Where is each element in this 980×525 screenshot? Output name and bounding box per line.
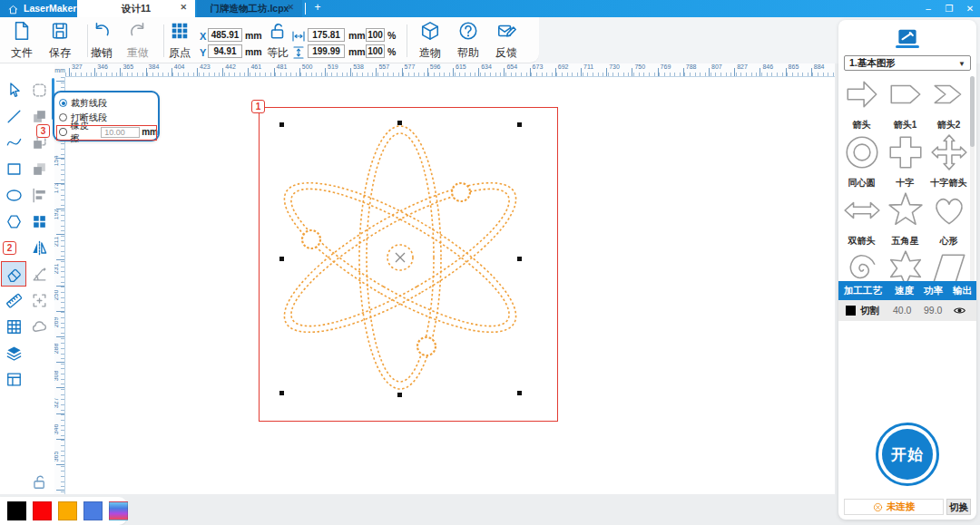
width-input[interactable]: 175.81 [308, 28, 345, 42]
new-tab-button[interactable]: + [310, 1, 325, 16]
duplicate-tool[interactable] [28, 158, 50, 180]
close-tab-icon[interactable]: ✕ [180, 3, 187, 12]
ruler-number: 231 [54, 263, 59, 274]
minimize-window-button[interactable]: – [918, 2, 938, 15]
selection-handle[interactable] [397, 393, 402, 397]
file-button[interactable]: 文件 [2, 21, 42, 61]
marquee-tool[interactable] [28, 79, 50, 101]
shape-item-heart[interactable]: 心形 [927, 190, 970, 248]
color-swatch-multicolor[interactable] [109, 501, 128, 520]
mirror-tool[interactable] [28, 237, 50, 258]
eye-icon[interactable] [953, 304, 966, 317]
selection-handle[interactable] [279, 391, 284, 395]
selection-handle[interactable] [517, 257, 522, 261]
layer-color-swatch[interactable] [846, 306, 856, 316]
ruler-number: 730 [609, 63, 620, 70]
layers-tool[interactable] [3, 342, 24, 364]
shape-item-block-arrow[interactable]: 箭头 [840, 74, 883, 131]
undo-button[interactable]: 撤销 [82, 21, 122, 61]
ruler-number: 538 [353, 63, 364, 70]
selection-handle[interactable] [517, 391, 522, 395]
ratio-lock-icon [268, 21, 288, 41]
measure-tool[interactable] [3, 289, 24, 311]
popup-option-1[interactable]: 裁剪线段 [59, 96, 107, 110]
shape-item-double-arrow[interactable]: 双箭头 [840, 190, 883, 248]
ruler-number: 423 [200, 63, 211, 70]
radio-icon[interactable] [59, 113, 67, 122]
rectangle-tool[interactable] [3, 158, 24, 180]
design-canvas[interactable]: 1 [65, 77, 835, 494]
horizontal-ruler: 3273463653844044234424614815005195385575… [65, 63, 835, 77]
selection-handle[interactable] [517, 122, 522, 127]
file-icon [12, 21, 32, 41]
shape-item-cross-arrow[interactable]: 十字箭头 [927, 132, 970, 190]
process-col-2: 功率 [924, 285, 943, 297]
tab-separator [305, 3, 306, 15]
switch-device-button[interactable]: 切换 [946, 499, 971, 515]
shape-category-dropdown[interactable]: 1.基本图形 ▼ [844, 55, 971, 71]
shape-item-chevron-arrow[interactable]: 箭头2 [927, 74, 970, 131]
process-col-1: 速度 [895, 285, 914, 297]
grid-tool[interactable] [3, 316, 24, 337]
lock-open-icon[interactable] [28, 471, 50, 492]
selection-handle[interactable] [279, 122, 284, 127]
x-position-input[interactable]: 485.91 [208, 28, 242, 42]
shape-item-star5[interactable]: 五角星 [884, 190, 926, 248]
color-swatch-red[interactable] [33, 501, 52, 520]
process-row[interactable]: 切割 40.0 99.0 [838, 300, 976, 321]
line-tool[interactable] [3, 105, 24, 127]
group-tool[interactable] [28, 210, 50, 232]
angle-tool[interactable] [28, 263, 50, 285]
start-button[interactable]: 开始 [876, 423, 939, 486]
document-tab[interactable]: 设计11✕ [77, 0, 195, 17]
ruler-number: 461 [250, 63, 261, 70]
create-button[interactable]: 造物 [410, 21, 450, 61]
height-pct-input[interactable]: 100 [366, 44, 385, 58]
close-tab-icon[interactable]: ✕ [287, 3, 294, 12]
radio-icon[interactable] [59, 99, 67, 107]
color-swatch-orange[interactable] [58, 501, 77, 520]
ruler-number: 788 [686, 63, 697, 70]
layout-tool[interactable] [3, 368, 24, 390]
shapes-tab-icon[interactable] [897, 27, 917, 44]
shape-item-tag-arrow[interactable]: 箭头1 [884, 74, 926, 131]
process-table: 加工工艺速度功率输出 切割 40.0 99.0 [838, 281, 976, 321]
color-swatch-blue[interactable] [83, 501, 103, 520]
shape-item-cross[interactable]: 十字 [884, 132, 926, 190]
align-tool[interactable] [28, 184, 50, 206]
chevron-down-icon: ▼ [958, 57, 965, 71]
help-button[interactable]: 帮助 [448, 21, 488, 61]
ruler-number: 577 [405, 63, 416, 70]
annotation-badge-3: 3 [36, 124, 50, 138]
ruler-number: 807 [711, 63, 722, 70]
ruler-number: 154 [54, 156, 59, 167]
feedback-button[interactable]: 反馈 [486, 21, 526, 61]
selection-handle[interactable] [397, 121, 402, 125]
redo-button[interactable]: 重做 [118, 21, 158, 61]
annotation-box-3 [56, 125, 157, 141]
close-window-button[interactable]: ✕ [960, 2, 980, 15]
ruler-number: 865 [789, 63, 799, 70]
selection-handle[interactable] [279, 257, 284, 261]
save-button[interactable]: 保存 [40, 21, 80, 61]
document-tab[interactable]: 门牌造物工坊.lcpx✕ [197, 0, 302, 17]
cross-arrow-icon [929, 132, 969, 172]
cloud-tool[interactable] [28, 316, 50, 337]
home-icon[interactable] [7, 3, 19, 15]
y-position-input[interactable]: 94.91 [208, 44, 242, 58]
curve-tool[interactable] [3, 131, 24, 153]
shape-list-scrollbar[interactable] [970, 76, 975, 285]
select-tool[interactable] [3, 79, 24, 101]
eraser-tool[interactable] [1, 261, 26, 287]
polygon-tool[interactable] [3, 210, 24, 232]
height-input[interactable]: 199.99 [308, 44, 345, 58]
ellipse-tool[interactable] [3, 184, 24, 206]
origin-button[interactable]: 原点 [160, 21, 200, 61]
maximize-window-button[interactable]: ❐ [939, 2, 959, 15]
ruler-number: 519 [328, 63, 338, 70]
frame-tool[interactable] [28, 289, 50, 311]
height-pct-unit: % [387, 46, 396, 57]
color-swatch-black[interactable] [7, 501, 26, 520]
shape-item-concentric-circles[interactable]: 同心圆 [840, 132, 883, 190]
width-pct-input[interactable]: 100 [366, 28, 385, 42]
